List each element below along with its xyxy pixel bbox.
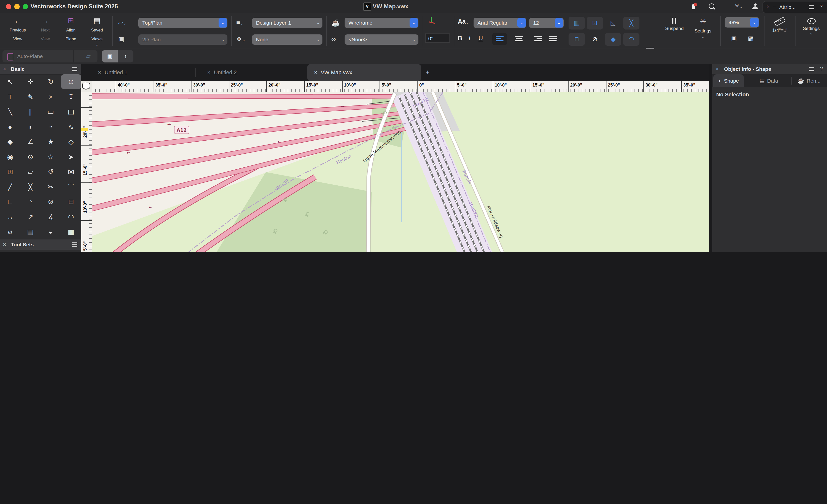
- circle-tool[interactable]: ●: [0, 119, 20, 134]
- chevron-down-icon[interactable]: ⌄: [555, 18, 563, 27]
- marquee-zoom-mode-button[interactable]: ▣: [102, 50, 118, 62]
- align-plane-button[interactable]: ⊞ AlignPlane: [59, 16, 83, 42]
- dim-diagonal-tool[interactable]: ↗: [20, 209, 41, 224]
- arc-tool[interactable]: ◔: [41, 119, 61, 134]
- panel-menu-icon[interactable]: [809, 67, 814, 71]
- layer-dropdown[interactable]: Design Layer-1⌄: [252, 18, 323, 28]
- render-style-glasses-icon[interactable]: ∞: [331, 36, 336, 43]
- interactive-zoom-mode-button[interactable]: ↕: [118, 50, 133, 62]
- italic-button[interactable]: I: [469, 35, 470, 42]
- dim-horizontal-tool[interactable]: ↔: [0, 209, 20, 224]
- attributes-palette-strip[interactable]: × – Attrib... ?: [763, 1, 827, 13]
- locus-tool[interactable]: ×: [41, 89, 61, 104]
- chamfer-tool[interactable]: ∟: [0, 194, 20, 209]
- select-similar-tool[interactable]: ➤: [61, 149, 81, 164]
- palette-menu-icon[interactable]: [72, 242, 77, 247]
- tab-render[interactable]: ☕Ren...: [792, 74, 826, 87]
- curve-snap-icon[interactable]: ◠: [623, 33, 639, 46]
- dim-radial-tool[interactable]: ⌀: [0, 224, 20, 239]
- close-icon[interactable]: ×: [767, 3, 770, 9]
- knife-tool[interactable]: ╱: [0, 179, 20, 194]
- fit-objects-button[interactable]: ▩: [744, 33, 757, 44]
- chevron-down-icon[interactable]: ⌄: [517, 18, 526, 27]
- eraser-tool[interactable]: ⊘: [41, 194, 61, 209]
- snap-settings-button[interactable]: ✳ Settings ⌄: [690, 17, 716, 39]
- connect-combine-tool[interactable]: ⊟: [61, 194, 81, 209]
- layers-icon[interactable]: ≡⌄: [236, 19, 243, 26]
- justify-button[interactable]: [545, 33, 560, 45]
- working-plane-icon[interactable]: ▱: [86, 53, 91, 59]
- suspend-snapping-button[interactable]: Suspend: [662, 17, 687, 31]
- document-tab[interactable]: ×VW Map.vwx: [307, 64, 421, 81]
- saved-views-button[interactable]: ▤ SavedViews ⌄: [85, 16, 109, 47]
- align-left-button[interactable]: [492, 33, 507, 45]
- mirror-tool[interactable]: ⋈: [61, 164, 81, 179]
- trim-tool[interactable]: ╳: [20, 179, 41, 194]
- tool-sets-palette-header[interactable]: × Tool Sets: [0, 239, 81, 250]
- object-snap-icon[interactable]: ⊡: [587, 17, 603, 30]
- pan-tool[interactable]: ✛: [20, 74, 41, 89]
- align-center-button[interactable]: [510, 33, 525, 45]
- fit-page-button[interactable]: ▣: [728, 33, 740, 44]
- render-mode-dropdown[interactable]: Wireframe⌄: [345, 18, 419, 28]
- working-plane-icon[interactable]: ▱⌄: [118, 19, 126, 26]
- star-tool[interactable]: ★: [41, 134, 61, 149]
- projection-icon[interactable]: ▣: [118, 36, 124, 43]
- underline-button[interactable]: U: [479, 35, 483, 42]
- scale-button[interactable]: 1/4"=1': [767, 17, 792, 33]
- view-mode-dropdown[interactable]: Top/Plan⌄: [138, 18, 228, 28]
- document-tab[interactable]: ×Untitled 2: [200, 64, 299, 81]
- callout-tool[interactable]: ✎: [20, 89, 41, 104]
- chevron-down-icon[interactable]: ⌄: [218, 18, 227, 27]
- section-tool[interactable]: ▥: [61, 224, 81, 239]
- intersection-snap-icon[interactable]: ╳: [623, 17, 639, 30]
- close-window-button[interactable]: [6, 4, 11, 9]
- palette-menu-icon[interactable]: [72, 67, 77, 71]
- new-tab-button[interactable]: +: [426, 68, 430, 76]
- plan-mode-dropdown[interactable]: 2D Plan⌄: [138, 35, 228, 45]
- zoom-level-dropdown[interactable]: 48%⌄: [725, 17, 759, 27]
- drawing-canvas[interactable]: → → → → →: [92, 92, 709, 252]
- selection-tool[interactable]: ↖: [0, 74, 20, 89]
- menu-icon[interactable]: [809, 5, 814, 9]
- horizontal-ruler[interactable]: 40'-0"35'-0"30'-0"25'-0"20'-0"15'-0"10'-…: [92, 81, 709, 93]
- class-dropdown[interactable]: None⌄: [252, 35, 323, 45]
- point-snap-icon[interactable]: ◆: [605, 33, 621, 46]
- freehand-tool[interactable]: ∿: [61, 119, 81, 134]
- align-right-button[interactable]: [528, 33, 542, 45]
- text-tool[interactable]: T: [0, 89, 20, 104]
- chevron-down-icon[interactable]: ⌄: [750, 18, 759, 27]
- close-tab-icon[interactable]: ×: [314, 69, 317, 75]
- render-style-dropdown[interactable]: <None>⌄: [345, 35, 419, 45]
- rotation-angle-input[interactable]: [425, 34, 450, 43]
- polyline-tool[interactable]: ∠: [20, 134, 41, 149]
- wand-tool[interactable]: ☆: [41, 149, 61, 164]
- tool-set-item[interactable]: ↻Flyover: [0, 250, 81, 252]
- tab-data[interactable]: ▤Data: [755, 74, 783, 87]
- f-point-tool[interactable]: ⌒: [61, 179, 81, 194]
- user-account-icon[interactable]: [752, 3, 758, 9]
- edge-snap-icon[interactable]: ⊓: [569, 33, 585, 46]
- zoom-tool[interactable]: ⊕: [61, 74, 81, 89]
- auto-plane-toggle[interactable]: Auto-Plane ▱: [2, 50, 97, 62]
- spiral-tool[interactable]: ◉: [0, 149, 20, 164]
- move-by-points-tool[interactable]: ⊞: [0, 164, 20, 179]
- next-view-button[interactable]: → NextView: [34, 16, 57, 42]
- chevron-down-icon[interactable]: ⌄: [409, 18, 418, 27]
- help-icon[interactable]: ?: [820, 3, 823, 9]
- close-icon[interactable]: ×: [3, 66, 6, 72]
- bold-button[interactable]: B: [458, 35, 462, 42]
- previous-view-button[interactable]: ← PreviousView: [4, 16, 32, 42]
- basic-palette-header[interactable]: × Basic: [0, 64, 81, 75]
- flyover-tool[interactable]: ↻: [41, 74, 61, 89]
- document-tab[interactable]: ×Untitled 1: [91, 64, 190, 81]
- grid-snap-icon[interactable]: ▦: [569, 17, 585, 30]
- dim-arc-tool[interactable]: ◠: [61, 209, 81, 224]
- cloud-status-icon[interactable]: [691, 3, 696, 9]
- close-tab-icon[interactable]: ×: [207, 69, 210, 75]
- minimize-window-button[interactable]: [14, 4, 20, 9]
- line-tool[interactable]: ╲: [0, 104, 20, 119]
- text-style-button[interactable]: Aa⌄: [458, 18, 469, 25]
- rectangle-tool[interactable]: ▭: [41, 104, 61, 119]
- render-teapot-icon[interactable]: ☕: [331, 19, 340, 26]
